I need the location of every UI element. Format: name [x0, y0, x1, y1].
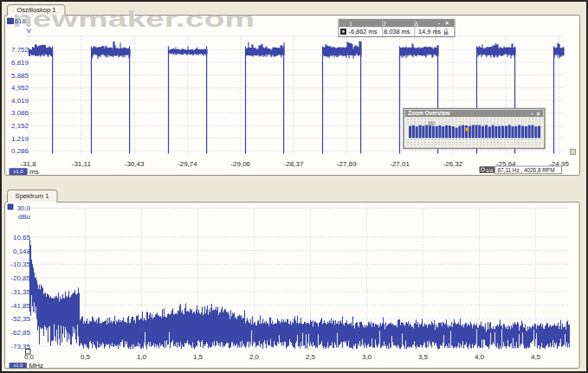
- svg-text:-31,35: -31,35: [10, 288, 30, 296]
- svg-text:1/Δ: 1/Δ: [486, 168, 494, 173]
- svg-text:Δ: Δ: [415, 21, 419, 27]
- svg-text:1,0: 1,0: [137, 353, 147, 361]
- svg-text:-20,85: -20,85: [10, 274, 30, 282]
- svg-text:0,286: 0,286: [11, 147, 29, 155]
- svg-text:-27,69: -27,69: [337, 160, 357, 168]
- svg-text:4,952: 4,952: [11, 84, 29, 92]
- svg-text:x1.0: x1.0: [14, 363, 23, 368]
- svg-text:3,0: 3,0: [362, 353, 372, 361]
- svg-text:newmaker.com: newmaker.com: [12, 7, 255, 31]
- svg-text:0,5: 0,5: [81, 353, 91, 361]
- svg-text:-29,74: -29,74: [178, 160, 197, 168]
- svg-text:4,019: 4,019: [11, 97, 29, 105]
- svg-text:-62,85: -62,85: [10, 329, 30, 337]
- svg-text:-27,01: -27,01: [390, 160, 410, 168]
- svg-text:5,885: 5,885: [11, 72, 29, 80]
- svg-text:x1.0: x1.0: [13, 169, 23, 174]
- svg-text:14,9 ms: 14,9 ms: [418, 28, 442, 35]
- svg-text:-31,8: -31,8: [20, 160, 36, 168]
- svg-text:-29,06: -29,06: [230, 160, 250, 168]
- svg-text:-30,43: -30,43: [125, 160, 145, 168]
- svg-text:30,0: 30,0: [16, 204, 30, 212]
- svg-text:1,5: 1,5: [193, 353, 204, 361]
- svg-text:-52,35: -52,35: [10, 315, 30, 323]
- svg-text:4,0: 4,0: [475, 353, 485, 361]
- svg-text:2,5: 2,5: [306, 353, 316, 361]
- svg-text:Zoom Overview: Zoom Overview: [408, 110, 450, 116]
- svg-text:6,819: 6,819: [11, 59, 29, 67]
- svg-text:3,086: 3,086: [11, 109, 29, 117]
- svg-text:-26,32: -26,32: [443, 160, 463, 168]
- svg-text:8,038 ms: 8,038 ms: [384, 28, 410, 35]
- svg-text:2,0: 2,0: [249, 353, 260, 361]
- svg-text:-31,11: -31,11: [72, 160, 92, 168]
- svg-text:dBu: dBu: [18, 213, 30, 221]
- svg-text:-10,35: -10,35: [10, 260, 30, 268]
- svg-text:-41,85: -41,85: [10, 302, 30, 310]
- svg-text:-6,862 ms: -6,862 ms: [349, 28, 378, 35]
- svg-text:7,752: 7,752: [11, 46, 29, 54]
- svg-text:1,219: 1,219: [11, 135, 29, 143]
- svg-text:0,148: 0,148: [13, 248, 31, 255]
- svg-text:3,5: 3,5: [418, 353, 429, 361]
- svg-text:4,5: 4,5: [531, 353, 541, 361]
- svg-text:×: ×: [445, 20, 449, 26]
- svg-text:67,11 Hz , 4026,8 RPM: 67,11 Hz , 4026,8 RPM: [498, 167, 555, 173]
- svg-text:1: 1: [349, 21, 352, 27]
- svg-text:2,152: 2,152: [11, 122, 29, 130]
- svg-text:2: 2: [383, 21, 386, 27]
- svg-text:V: V: [27, 27, 32, 35]
- svg-text:×: ×: [537, 111, 540, 117]
- svg-text:10,65: 10,65: [13, 234, 31, 241]
- svg-text:Spektrum 1: Spektrum 1: [16, 192, 49, 200]
- svg-text:MHz: MHz: [29, 362, 43, 370]
- svg-text:-28,37: -28,37: [284, 160, 304, 168]
- svg-text:ms: ms: [29, 168, 39, 176]
